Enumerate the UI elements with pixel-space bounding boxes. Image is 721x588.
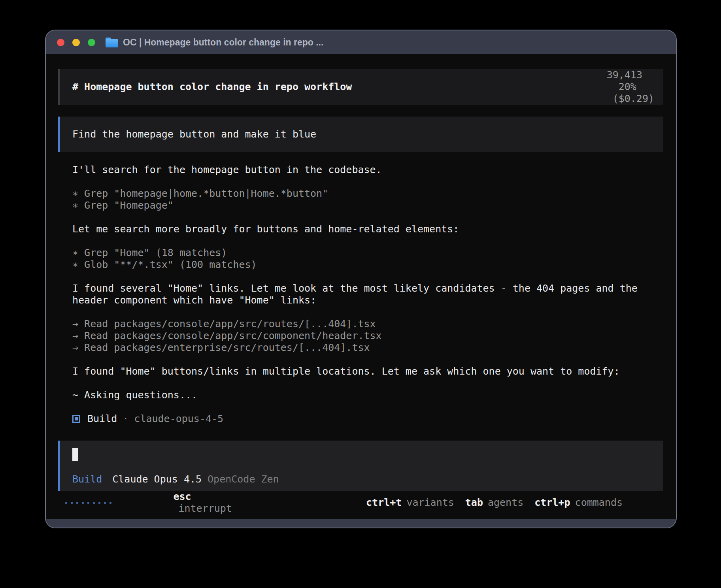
hint-key: ctrl+p — [534, 497, 570, 508]
terminal-window: OC | Homepage button color change in rep… — [45, 30, 677, 528]
interrupt-hint: esc interrupt — [126, 479, 232, 519]
transcript-entry: → Read packages/console/app/src/routes/[… — [72, 318, 663, 354]
transcript: I'll search for the homepage button in t… — [72, 164, 663, 401]
transcript-line: ~ Asking questions... — [72, 389, 663, 401]
transcript-line: I found "Home" buttons/links in multiple… — [72, 366, 663, 377]
transcript-line: → Read packages/enterprise/src/routes/[.… — [72, 342, 663, 354]
close-button[interactable] — [57, 39, 64, 46]
session-cost: ($0.29) — [613, 93, 654, 104]
spinner-dot — [71, 502, 73, 504]
context-percent: 20% — [619, 81, 636, 92]
agent-name: Build — [87, 413, 117, 425]
spinner-dot — [65, 502, 67, 504]
minimize-button[interactable] — [72, 39, 80, 46]
spinner-dot — [93, 502, 95, 504]
session-stats: 39,413 20% ($0.29) — [559, 57, 654, 117]
agent-model: claude-opus-4-5 — [134, 413, 223, 425]
transcript-line: ∗ Grep "Home" (18 matches) — [72, 247, 663, 259]
traffic-lights — [57, 39, 95, 46]
transcript-entry: I found "Home" buttons/links in multiple… — [72, 366, 663, 377]
folder-icon — [106, 38, 118, 47]
user-message: Find the homepage button and make it blu… — [58, 117, 663, 152]
transcript-entry: Let me search more broadly for buttons a… — [72, 223, 663, 235]
transcript-entry: I'll search for the homepage button in t… — [72, 164, 663, 176]
transcript-entry: ∗ Grep "homepage|home.*button|Home.*butt… — [72, 188, 663, 211]
hint-label: commands — [575, 497, 623, 508]
hint-key: tab — [465, 497, 483, 508]
mode-badge: Build — [72, 473, 102, 485]
transcript-line: ∗ Glob "**/*.tsx" (100 matches) — [72, 259, 663, 271]
window-title: OC | Homepage button color change in rep… — [123, 37, 323, 48]
transcript-line: ∗ Grep "homepage|home.*button|Home.*butt… — [72, 188, 663, 200]
spinner-dot — [98, 502, 100, 504]
zoom-button[interactable] — [88, 39, 95, 46]
transcript-entry: ∗ Grep "Home" (18 matches)∗ Glob "**/*.t… — [72, 247, 663, 271]
esc-key-label: esc — [173, 491, 191, 502]
terminal-content: # Homepage button color change in repo w… — [46, 54, 676, 519]
transcript-entry: I found several "Home" links. Let me loo… — [72, 283, 663, 306]
spinner-dot — [82, 502, 84, 504]
transcript-line: Let me search more broadly for buttons a… — [72, 223, 663, 235]
transcript-line: I'll search for the homepage button in t… — [72, 164, 663, 176]
spinner-icon — [65, 502, 111, 504]
session-header: # Homepage button color change in repo w… — [58, 69, 663, 105]
transcript-entry: ~ Asking questions... — [72, 389, 663, 401]
transcript-line: header component which have "Home" links… — [72, 294, 663, 306]
spinner-dot — [87, 502, 89, 504]
spinner-dot — [109, 502, 111, 504]
status-footer: esc interrupt ctrl+tvariantstabagentsctr… — [65, 497, 676, 509]
separator-dot: · — [123, 413, 128, 425]
transcript-line: → Read packages/console/app/src/componen… — [72, 330, 663, 342]
window-titlebar[interactable]: OC | Homepage button color change in rep… — [46, 30, 676, 54]
footer-hints: ctrl+tvariantstabagentsctrl+pcommands — [366, 497, 623, 509]
spinner-dot — [104, 502, 106, 504]
footer-hint: ctrl+pcommands — [534, 497, 623, 509]
transcript-line: I found several "Home" links. Let me loo… — [72, 283, 663, 294]
footer-hint: ctrl+tvariants — [366, 497, 454, 509]
token-count: 39,413 — [607, 69, 642, 81]
agent-status-line: Build · claude-opus-4-5 — [72, 413, 663, 425]
spinner-dot — [76, 502, 78, 504]
hint-label: agents — [488, 497, 523, 508]
interrupt-label: interrupt — [178, 503, 232, 514]
transcript-line: ∗ Grep "Homepage" — [72, 200, 663, 211]
hint-label: variants — [406, 497, 454, 508]
session-title: # Homepage button color change in repo w… — [72, 81, 352, 93]
hint-key: ctrl+t — [366, 497, 402, 508]
text-cursor — [72, 448, 78, 461]
transcript-line: → Read packages/console/app/src/routes/[… — [72, 318, 663, 330]
footer-hint: tabagents — [465, 497, 523, 509]
window-bottom-bar — [46, 519, 676, 528]
build-agent-icon — [72, 415, 80, 423]
